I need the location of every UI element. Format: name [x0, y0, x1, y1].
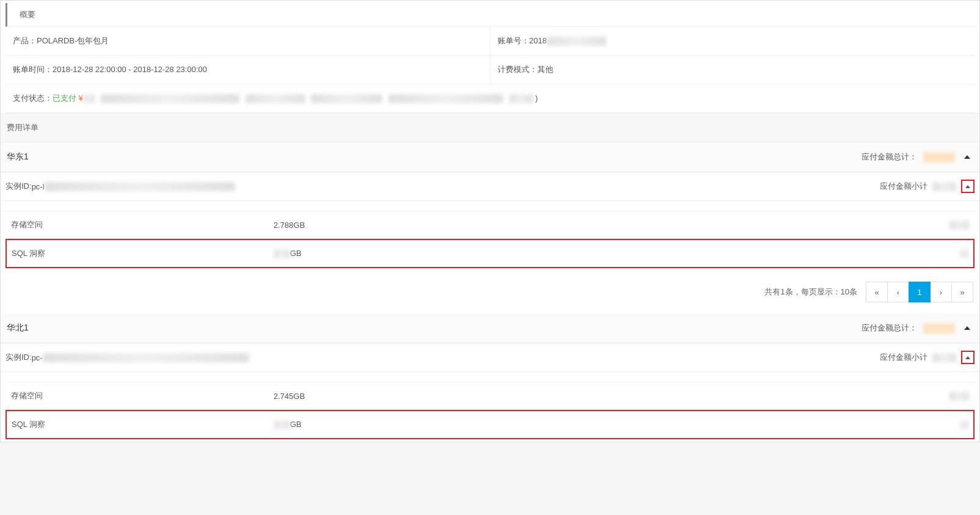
row-amount: xxxxx — [896, 391, 969, 401]
row-name: 存储空间 — [11, 219, 274, 230]
chevron-up-icon — [965, 185, 970, 188]
page-next-button[interactable]: › — [930, 282, 952, 302]
billing-mode-value: 其他 — [537, 65, 553, 74]
row-amount: xx — [895, 249, 968, 258]
pay-status-label: 支付状态： — [13, 93, 53, 103]
pay-detail-redacted-1: xxxxxxxxxxxxxxxxxxxxxxxxxxxxxxxxxxx — [101, 94, 240, 103]
instance-id-label: 实例ID: — [5, 352, 32, 363]
chevron-up-icon — [964, 326, 970, 330]
pay-amount-redacted: xxx — [83, 94, 95, 103]
page-last-button[interactable]: » — [951, 282, 973, 302]
chevron-up-icon — [965, 356, 970, 359]
amount-redacted: xxxxx — [949, 221, 970, 230]
summary-header: 概要 — [5, 3, 975, 27]
billing-mode-label: 计费模式： — [498, 65, 537, 74]
region-collapse-button[interactable] — [961, 151, 973, 163]
pay-amount-prefix: ¥ — [79, 93, 83, 103]
row-amount: xx — [895, 420, 968, 429]
instance-collapse-button[interactable] — [961, 351, 975, 364]
detail-row-storage: 存储空间 2.788GB xxxxx — [5, 211, 975, 239]
region-total-redacted: xxxxx — [923, 323, 956, 334]
instance-subtotal-wrap: 应付金额小计 xxxxxx — [880, 180, 975, 193]
region-total-label: 应付金额总计： — [862, 152, 917, 163]
product-cell: 产品：POLARDB-包年包月 — [5, 27, 490, 56]
region-header-north1: 华北1 应付金额总计： xxxxx — [1, 313, 979, 343]
instance-subtotal-redacted: xxxxxx — [932, 182, 956, 191]
row-name: 存储空间 — [11, 390, 274, 401]
detail-row-sql-insight: SQL 洞察 xxxxGB xx — [5, 410, 975, 439]
amount-redacted: xx — [960, 249, 968, 258]
region-name: 华东1 — [7, 152, 29, 163]
pay-detail-redacted-5: xxxxxx — [509, 94, 533, 103]
product-value: POLARDB-包年包月 — [37, 36, 109, 45]
page-prev-button[interactable]: ‹ — [887, 282, 909, 302]
bill-time-cell: 账单时间：2018-12-28 22:00:00 - 2018-12-28 23… — [5, 56, 490, 84]
pagination-info: 共有1条，每页显示：10条 — [764, 287, 857, 298]
region-header-east1: 华东1 应付金额总计： xxxxx — [1, 142, 979, 172]
pagination-row: 共有1条，每页显示：10条 « ‹ 1 › » — [1, 271, 979, 313]
row-name: SQL 洞察 — [12, 248, 274, 259]
amount-redacted: xxxxx — [949, 392, 970, 401]
region-total-redacted: xxxxx — [923, 152, 956, 163]
bill-time-label: 账单时间： — [13, 65, 53, 74]
instance-subtotal-redacted: xxxxxx — [932, 353, 956, 362]
detail-rows-east1: 存储空间 2.788GB xxxxx SQL 洞察 xxxxGB xx — [1, 201, 979, 271]
pay-detail-redacted-2: xxxxxxxxxxxxxxx — [245, 94, 305, 103]
row-usage: xxxxGB — [274, 249, 895, 258]
pay-detail-suffix: ) — [535, 93, 538, 103]
region-collapse-button[interactable] — [961, 322, 973, 334]
bill-no-value: 2018 — [529, 36, 547, 45]
row-name: SQL 洞察 — [12, 419, 274, 430]
details-section-title: 费用详单 — [1, 113, 979, 142]
page-number-button[interactable]: 1 — [909, 282, 931, 302]
usage-suffix: GB — [290, 420, 302, 429]
bill-no-redacted: xxxxxxxxxxxxxxx — [546, 37, 606, 46]
instance-id-prefix: pc- — [32, 353, 43, 362]
summary-grid: 产品：POLARDB-包年包月 账单号：2018xxxxxxxxxxxxxxx … — [5, 27, 975, 113]
detail-row-storage: 存储空间 2.745GB xxxxx — [5, 382, 975, 410]
instance-id-wrap: 实例ID:pc-xxxxxxxxxxxxxxxxxxxxxxxxxxxxxxxx… — [5, 352, 249, 363]
amount-redacted: xx — [960, 420, 968, 429]
chevron-up-icon — [964, 155, 970, 159]
instance-header-north1: 实例ID:pc-xxxxxxxxxxxxxxxxxxxxxxxxxxxxxxxx… — [1, 343, 979, 372]
pay-detail-redacted-4: xxxxxxxxxxxxxxxxxxxxxxxxxxxxx — [388, 94, 504, 103]
billing-detail-panel: 概要 产品：POLARDB-包年包月 账单号：2018xxxxxxxxxxxxx… — [0, 0, 980, 442]
instance-id-redacted: xxxxxxxxxxxxxxxxxxxxxxxxxxxxxxxxxxxxxxxx… — [43, 353, 249, 362]
row-amount: xxxxx — [896, 220, 969, 230]
pagination: « ‹ 1 › » — [866, 282, 973, 302]
region-total-wrap: 应付金额总计： xxxxx — [862, 322, 974, 334]
instance-id-redacted: xxxxxxxxxxxxxxxxxxxxxxxxxxxxxxxxxxxxxxxx… — [45, 182, 235, 191]
product-label: 产品： — [13, 36, 37, 45]
pay-detail-redacted-3: xxxxxxxxxxxxxxxxxx — [311, 94, 382, 103]
region-total-wrap: 应付金额总计： xxxxx — [862, 151, 974, 163]
detail-row-sql-insight: SQL 洞察 xxxxGB xx — [5, 239, 975, 268]
row-usage: 2.788GB — [274, 221, 896, 230]
bill-no-label: 账单号： — [498, 36, 529, 45]
instance-id-wrap: 实例ID:pc-lxxxxxxxxxxxxxxxxxxxxxxxxxxxxxxx… — [5, 181, 235, 192]
region-total-label: 应付金额总计： — [862, 323, 917, 334]
region-name: 华北1 — [7, 323, 29, 334]
page-first-button[interactable]: « — [866, 282, 888, 302]
instance-subtotal-label: 应付金额小计 — [880, 352, 927, 363]
usage-suffix: GB — [290, 249, 302, 258]
instance-id-label: 实例ID: — [5, 181, 32, 192]
bill-no-cell: 账单号：2018xxxxxxxxxxxxxxx — [490, 27, 975, 56]
billing-mode-cell: 计费模式：其他 — [490, 56, 975, 84]
row-usage: xxxxGB — [274, 420, 895, 429]
instance-collapse-button[interactable] — [961, 180, 975, 193]
row-usage: 2.745GB — [274, 392, 896, 401]
detail-rows-north1: 存储空间 2.745GB xxxxx SQL 洞察 xxxxGB xx — [1, 372, 979, 442]
pay-status-cell: 支付状态：已支付 ¥xxx xxxxxxxxxxxxxxxxxxxxxxxxxx… — [5, 84, 975, 113]
usage-redacted: xxxx — [274, 249, 290, 258]
instance-id-prefix: pc-l — [32, 182, 45, 191]
pay-status-value: 已支付 — [53, 93, 76, 103]
instance-header-east1: 实例ID:pc-lxxxxxxxxxxxxxxxxxxxxxxxxxxxxxxx… — [1, 172, 979, 201]
bill-time-value: 2018-12-28 22:00:00 - 2018-12-28 23:00:0… — [53, 65, 207, 74]
usage-redacted: xxxx — [274, 420, 290, 429]
instance-subtotal-label: 应付金额小计 — [880, 181, 927, 192]
instance-subtotal-wrap: 应付金额小计 xxxxxx — [880, 351, 975, 364]
